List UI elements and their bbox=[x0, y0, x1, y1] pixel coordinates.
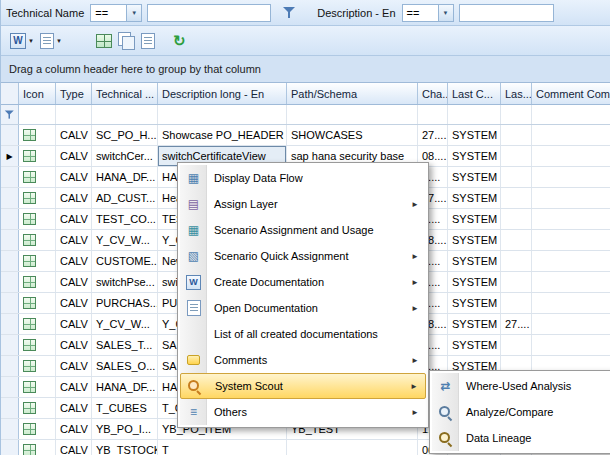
column-header-las[interactable]: Las... bbox=[501, 83, 532, 104]
cell-type[interactable]: CALV bbox=[56, 335, 92, 355]
cell-technical[interactable]: SALES_O... bbox=[92, 356, 158, 376]
cell-icon[interactable] bbox=[19, 293, 56, 313]
column-header-type[interactable]: Type bbox=[56, 83, 92, 104]
filter-cell-last-changed[interactable] bbox=[448, 105, 501, 124]
menu-item-assign-layer[interactable]: ▤ Assign Layer ► bbox=[180, 191, 426, 217]
cell-type[interactable]: CALV bbox=[56, 314, 92, 334]
menu-item-comments[interactable]: Comments ► bbox=[180, 347, 426, 373]
cell-technical[interactable]: TEST_CO... bbox=[92, 209, 158, 229]
cell-type[interactable]: CALV bbox=[56, 146, 92, 166]
cell-type[interactable]: CALV bbox=[56, 419, 92, 439]
column-header-changed[interactable]: Cha... bbox=[418, 83, 448, 104]
cell-comment[interactable] bbox=[532, 167, 610, 187]
cell-las[interactable] bbox=[501, 293, 532, 313]
cell-type[interactable]: CALV bbox=[56, 440, 92, 455]
menu-item-open-documentation[interactable]: Open Documentation ► bbox=[180, 295, 426, 321]
cell-path[interactable]: SHOWCASES bbox=[287, 125, 418, 145]
cell-icon[interactable] bbox=[19, 209, 56, 229]
menu-item-display-data-flow[interactable]: ▦ Display Data Flow bbox=[180, 165, 426, 191]
submenu-item-where-used-analysis[interactable]: ⇄ Where-Used Analysis bbox=[432, 373, 608, 399]
cell-technical[interactable]: HANA_DF... bbox=[92, 377, 158, 397]
cell-last-changed[interactable]: SYSTEM bbox=[448, 293, 501, 313]
description-filter-input[interactable] bbox=[459, 4, 554, 22]
cell-type[interactable]: CALV bbox=[56, 251, 92, 271]
cell-last-changed[interactable]: SYSTEM bbox=[448, 251, 501, 271]
cell-description[interactable]: Showcase PO_HEADER bbox=[158, 125, 287, 145]
menu-item-create-documentation[interactable]: W Create Documentation ► bbox=[180, 269, 426, 295]
cell-type[interactable]: CALV bbox=[56, 356, 92, 376]
cell-technical[interactable]: SALES_T... bbox=[92, 335, 158, 355]
submenu-item-data-lineage[interactable]: Data Lineage bbox=[432, 425, 608, 451]
cell-las[interactable] bbox=[501, 125, 532, 145]
filter-cell-technical[interactable] bbox=[92, 105, 158, 124]
menu-item-system-scout[interactable]: System Scout ► bbox=[180, 373, 426, 399]
cell-type[interactable]: CALV bbox=[56, 167, 92, 187]
cell-technical[interactable]: Y_CV_W... bbox=[92, 230, 158, 250]
cell-type[interactable]: CALV bbox=[56, 272, 92, 292]
filter-cell-comment[interactable] bbox=[532, 105, 610, 124]
cell-comment[interactable] bbox=[532, 188, 610, 208]
column-header-comment[interactable]: Comment Com... bbox=[532, 83, 610, 104]
menu-item-others[interactable]: ≡ Others ► bbox=[180, 399, 426, 425]
submenu-item-analyze-compare[interactable]: Analyze/Compare bbox=[432, 399, 608, 425]
cell-icon[interactable] bbox=[19, 167, 56, 187]
filter-cell-icon[interactable] bbox=[19, 105, 56, 124]
cell-icon[interactable] bbox=[19, 377, 56, 397]
cell-description[interactable]: T bbox=[158, 440, 287, 455]
cell-last-changed[interactable]: SYSTEM bbox=[448, 188, 501, 208]
cell-last-changed[interactable]: SYSTEM bbox=[448, 230, 501, 250]
open-documentation-button[interactable]: ▼ bbox=[37, 29, 65, 53]
cell-las[interactable] bbox=[501, 146, 532, 166]
cell-last-changed[interactable]: SYSTEM bbox=[448, 272, 501, 292]
cell-type[interactable]: CALV bbox=[56, 377, 92, 397]
cell-technical[interactable]: AD_CUST... bbox=[92, 188, 158, 208]
cell-icon[interactable] bbox=[19, 335, 56, 355]
cell-comment[interactable] bbox=[532, 251, 610, 271]
description-operator-combo[interactable]: == ▼ bbox=[402, 4, 454, 22]
column-header-last-changed[interactable]: Last C... bbox=[448, 83, 501, 104]
cell-icon[interactable] bbox=[19, 188, 56, 208]
group-by-panel[interactable]: Drag a column header here to group by th… bbox=[1, 56, 610, 83]
menu-item-list-of-documentations[interactable]: List of all created documentations bbox=[180, 321, 426, 347]
cell-las[interactable] bbox=[501, 335, 532, 355]
dropdown-arrow-icon[interactable]: ▼ bbox=[56, 38, 62, 44]
cell-las[interactable]: 27.... bbox=[501, 314, 532, 334]
cell-technical[interactable]: HANA_DF... bbox=[92, 167, 158, 187]
cell-technical[interactable]: SC_PO_H... bbox=[92, 125, 158, 145]
technical-name-filter-input[interactable] bbox=[147, 4, 271, 22]
cell-last-changed[interactable]: SYSTEM bbox=[448, 209, 501, 229]
export-grid-button[interactable] bbox=[93, 29, 115, 53]
cell-las[interactable] bbox=[501, 251, 532, 271]
cell-technical[interactable]: YB_TSTOCK bbox=[92, 440, 158, 455]
cell-comment[interactable] bbox=[532, 146, 610, 166]
cell-icon[interactable] bbox=[19, 125, 56, 145]
cell-icon[interactable] bbox=[19, 419, 56, 439]
filter-editor-button[interactable] bbox=[277, 3, 303, 23]
cell-icon[interactable] bbox=[19, 230, 56, 250]
technical-name-operator-combo[interactable]: == ▼ bbox=[90, 4, 142, 22]
column-header-description[interactable]: Description long - En bbox=[158, 83, 287, 104]
column-header-icon[interactable]: Icon bbox=[19, 83, 56, 104]
create-documentation-button[interactable]: W ▼ bbox=[7, 29, 37, 53]
cell-las[interactable] bbox=[501, 230, 532, 250]
filter-cell-changed[interactable] bbox=[418, 105, 448, 124]
cell-last-changed[interactable]: SYSTEM bbox=[448, 335, 501, 355]
dropdown-arrow-icon[interactable]: ▼ bbox=[28, 38, 34, 44]
cell-technical[interactable]: YB_PO_I... bbox=[92, 419, 158, 439]
cell-comment[interactable] bbox=[532, 125, 610, 145]
column-header-technical[interactable]: Technical ... bbox=[92, 83, 158, 104]
cell-comment[interactable] bbox=[532, 293, 610, 313]
cell-type[interactable]: CALV bbox=[56, 125, 92, 145]
cell-type[interactable]: CALV bbox=[56, 230, 92, 250]
cell-las[interactable] bbox=[501, 188, 532, 208]
cell-icon[interactable] bbox=[19, 356, 56, 376]
filter-cell-type[interactable] bbox=[56, 105, 92, 124]
cell-comment[interactable] bbox=[532, 272, 610, 292]
cell-icon[interactable] bbox=[19, 440, 56, 455]
cell-comment[interactable] bbox=[532, 314, 610, 334]
cell-las[interactable] bbox=[501, 209, 532, 229]
combo-dropdown-icon[interactable]: ▼ bbox=[438, 5, 453, 21]
copy-grid-button[interactable] bbox=[115, 29, 138, 53]
cell-las[interactable] bbox=[501, 167, 532, 187]
cell-type[interactable]: CALV bbox=[56, 398, 92, 418]
